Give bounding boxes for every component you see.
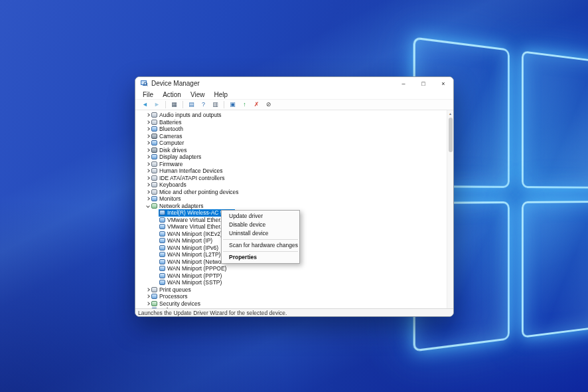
tree-item-content: Firmware [151, 161, 184, 168]
context-menu-item-scan-for-hardware-changes[interactable]: Scan for hardware changes [222, 241, 299, 250]
tree-scrollbar[interactable]: ▲ [447, 110, 453, 308]
network-adapter-icon [151, 203, 157, 209]
console-tree-button[interactable]: ▦ [169, 100, 180, 110]
tree-item-content: WAN Miniport (IP) [159, 237, 214, 245]
tree-item-label: VMware Virtual Ether... [167, 217, 225, 223]
network-adapter-icon [159, 217, 165, 223]
uninstall-device-button[interactable]: ✗ [251, 100, 262, 110]
tree-item-content: Software components [151, 307, 216, 308]
tree-item-label: WAN Miniport (Netwo... [167, 258, 226, 265]
menu-action[interactable]: Action [158, 91, 186, 98]
close-button[interactable]: × [433, 77, 453, 90]
back-button[interactable]: ◄ [139, 100, 151, 110]
tree-item-audio-inputs-and-outputs[interactable]: Audio inputs and outputs [135, 112, 447, 119]
maximize-button[interactable]: □ [413, 77, 433, 90]
menu-separator [223, 251, 298, 252]
tree-item-computer[interactable]: Computer [135, 140, 447, 147]
toolbar: ◄►▦▤?▥▣↑✗⊘ [135, 99, 453, 110]
help-icon: ? [202, 102, 205, 108]
chevron-right-icon[interactable] [145, 191, 151, 193]
window-controls: –□× [394, 77, 453, 90]
tree-item-cameras[interactable]: Cameras [135, 133, 447, 140]
menu-view[interactable]: View [186, 91, 210, 98]
menu-help[interactable]: Help [209, 91, 232, 98]
tree-item-print-queues[interactable]: Print queues [135, 286, 447, 294]
tree-item-network-adapters[interactable]: Network adapters [135, 203, 447, 210]
update-driver-button[interactable]: ↑ [239, 100, 250, 110]
device-manager-icon [140, 80, 148, 88]
device-manager-window: Device Manager –□× FileActionViewHelp ◄►… [135, 76, 454, 317]
menu-file[interactable]: File [138, 91, 158, 98]
print-button[interactable]: ▥ [210, 100, 221, 110]
tree-item-disk-drives[interactable]: Disk drives [135, 147, 447, 154]
window-title: Device Manager [151, 80, 200, 87]
scrollbar-thumb[interactable] [449, 118, 453, 152]
tree-item-label: Audio inputs and outputs [159, 112, 222, 118]
chevron-right-icon[interactable] [145, 177, 151, 179]
chevron-right-icon[interactable] [145, 121, 151, 124]
title-bar[interactable]: Device Manager –□× [135, 77, 453, 90]
print-icon: ▥ [212, 102, 218, 108]
tree-item-label: Display adapters [159, 153, 201, 160]
chevron-right-icon[interactable] [145, 197, 151, 200]
tree-item-label: WAN Miniport (L2TP) [167, 251, 220, 258]
chevron-right-icon[interactable] [145, 155, 151, 158]
tree-item-label: Network adapters [159, 203, 204, 209]
tree-item-keyboards[interactable]: Keyboards [135, 181, 447, 189]
chevron-right-icon[interactable] [145, 135, 151, 138]
chevron-right-icon[interactable] [145, 183, 151, 186]
hid-device-icon [151, 168, 157, 173]
disable-device-button[interactable]: ⊘ [263, 100, 274, 110]
chevron-right-icon[interactable] [145, 295, 151, 298]
scan-hardware-icon: ▣ [230, 102, 236, 108]
chevron-right-icon[interactable] [145, 149, 151, 151]
tree-item-display-adapters[interactable]: Display adapters [135, 153, 447, 161]
tree-item-firmware[interactable]: Firmware [135, 161, 447, 168]
tree-item-batteries[interactable]: Batteries [135, 119, 447, 126]
chevron-right-icon[interactable] [145, 163, 151, 165]
tree-item-content: WAN Miniport (SSTP) [159, 279, 224, 286]
context-menu-item-uninstall-device[interactable]: Uninstall device [222, 229, 299, 238]
chevron-right-icon[interactable] [145, 302, 151, 305]
tree-item-wan-miniport-sstp[interactable]: WAN Miniport (SSTP) [135, 279, 447, 286]
tree-item-wan-miniport-pptp[interactable]: WAN Miniport (PPTP) [135, 272, 447, 280]
help-button[interactable]: ? [198, 100, 209, 110]
tree-item-monitors[interactable]: Monitors [135, 195, 447, 203]
tree-item-content: WAN Miniport (IKEv2) [159, 231, 224, 238]
computer-icon [151, 140, 157, 146]
context-menu-item-disable-device[interactable]: Disable device [222, 221, 299, 229]
tree-item-label: Disk drives [159, 147, 187, 153]
tree-item-label: Computer [159, 140, 184, 146]
tree-item-software-components[interactable]: Software components [135, 307, 447, 308]
speaker-icon [151, 112, 157, 118]
chevron-right-icon[interactable] [145, 288, 151, 291]
context-menu-item-update-driver[interactable]: Update driver [222, 212, 299, 221]
tree-item-human-interface-devices[interactable]: Human Interface Devices [135, 167, 447, 175]
minimize-button[interactable]: – [394, 77, 413, 90]
forward-button[interactable]: ► [151, 100, 163, 110]
tree-item-processors[interactable]: Processors [135, 293, 447, 300]
tree-item-ide-ata-atapi-controllers[interactable]: IDE ATA/ATAPI controllers [135, 175, 447, 182]
tree-item-security-devices[interactable]: Security devices [135, 300, 447, 308]
properties-button[interactable]: ▤ [186, 100, 197, 110]
tree-item-mice-and-other-pointing-devices[interactable]: Mice and other pointing devices [135, 189, 447, 196]
tree-item-content: WAN Miniport (IPv6) [159, 245, 220, 252]
context-menu-item-properties[interactable]: Properties [222, 253, 299, 262]
chevron-right-icon[interactable] [145, 128, 151, 130]
chevron-down-icon[interactable] [145, 205, 151, 207]
tree-item-label: WAN Miniport (PPPOE) [167, 265, 226, 272]
tree-item-content: Audio inputs and outputs [151, 112, 224, 119]
ide-controller-icon [151, 175, 157, 181]
keyboard-icon [151, 182, 157, 187]
scan-hardware-button[interactable]: ▣ [227, 100, 238, 110]
tree-item-bluetooth[interactable]: Bluetooth [135, 126, 447, 133]
chevron-right-icon[interactable] [145, 114, 151, 116]
tree-item-content: Bluetooth [151, 126, 185, 133]
tree-item-label: VMware Virtual Ether... [167, 223, 225, 230]
chevron-right-icon[interactable] [145, 142, 151, 144]
tree-item-wan-miniport-pppoe[interactable]: WAN Miniport (PPPOE) [135, 265, 447, 272]
chevron-right-icon[interactable] [145, 169, 151, 172]
tree-item-label: Processors [159, 293, 188, 300]
tree-item-label: Batteries [159, 119, 182, 126]
scrollbar-up-icon[interactable]: ▲ [447, 110, 453, 116]
